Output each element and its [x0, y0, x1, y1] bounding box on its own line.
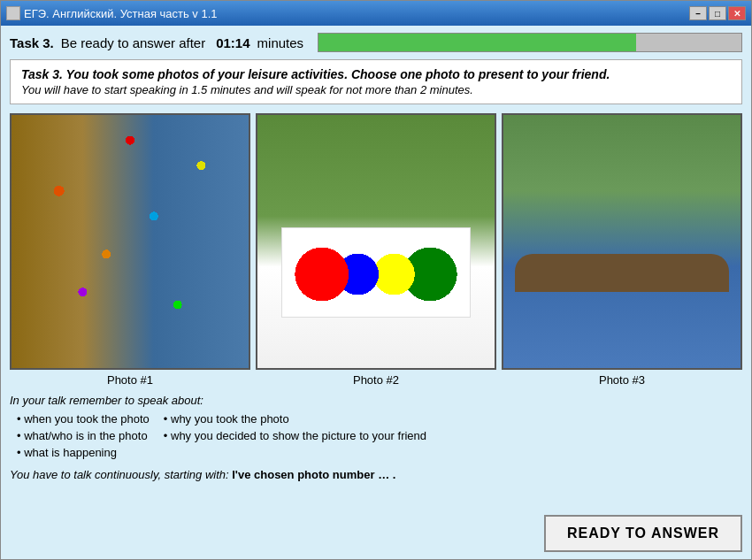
photos-row: Photo #1 Photo #2 Photo #3 [10, 113, 742, 387]
photo-2-label: Photo #2 [353, 373, 399, 387]
photo-2 [256, 113, 496, 370]
ready-to-answer-button[interactable]: READY TO ANSWER [544, 515, 742, 552]
continuous-talk-text: I've chosen photo number … . [232, 468, 395, 481]
photo-1-image [12, 115, 249, 368]
speak-item-2: • what/who is in the photo [17, 429, 150, 442]
instruction-subtitle: You will have to start speaking in 1.5 m… [21, 83, 731, 96]
window-title: ЕГЭ. Английский. Устная часть v 1.1 [24, 7, 218, 20]
photo-container-3: Photo #3 [502, 113, 742, 387]
speak-col-1: • when you took the photo • what/who is … [17, 412, 150, 459]
ready-text: Be ready to answer after [61, 35, 205, 50]
instruction-box: Task 3. You took some photos of your lei… [10, 59, 742, 104]
main-content: Task 3. Be ready to answer after 01:14 m… [1, 26, 751, 559]
titlebar: ЕГЭ. Английский. Устная часть v 1.1 – □ … [1, 1, 751, 26]
speak-col-2: • why you took the photo • why you decid… [164, 412, 426, 459]
task-header-row: Task 3. Be ready to answer after 01:14 m… [10, 33, 742, 52]
photo-3-label: Photo #3 [599, 373, 645, 387]
task-label: Task 3. [10, 35, 54, 50]
photo-2-image [257, 115, 495, 368]
continuous-talk-prefix: You have to talk continuously, starting … [10, 468, 229, 481]
ready-btn-row: READY TO ANSWER [10, 515, 742, 552]
speak-about-section: In your talk remember to speak about: [10, 394, 742, 407]
speak-item-4: • why you took the photo [164, 412, 426, 426]
speak-item-1: • when you took the photo [17, 412, 150, 426]
continuous-talk: You have to talk continuously, starting … [10, 468, 742, 481]
titlebar-buttons: – □ ✕ [689, 6, 746, 20]
app-icon [6, 6, 20, 20]
timer-display: 01:14 [216, 35, 249, 50]
instruction-title: Task 3. You took some photos of your lei… [21, 67, 731, 81]
close-button[interactable]: ✕ [728, 6, 746, 20]
photo-container-1: Photo #1 [10, 113, 250, 387]
maximize-button[interactable]: □ [709, 6, 726, 20]
progress-bar-container [318, 33, 742, 52]
speak-about-label: In your talk remember to speak about: [10, 394, 203, 407]
speak-points: • when you took the photo • what/who is … [17, 412, 742, 459]
main-window: ЕГЭ. Английский. Устная часть v 1.1 – □ … [0, 0, 752, 560]
photo-3 [502, 113, 742, 370]
photo-container-2: Photo #2 [256, 113, 496, 387]
progress-bar-fill [318, 34, 635, 51]
titlebar-left: ЕГЭ. Английский. Устная часть v 1.1 [6, 6, 218, 20]
minutes-label: minutes [257, 35, 304, 50]
photo-1-label: Photo #1 [107, 373, 153, 387]
photo-1 [10, 113, 250, 370]
speak-item-5: • why you decided to show the picture to… [164, 429, 426, 442]
speak-item-3: • what is happening [17, 446, 150, 459]
photo-3-image [503, 115, 740, 368]
minimize-button[interactable]: – [689, 6, 707, 20]
